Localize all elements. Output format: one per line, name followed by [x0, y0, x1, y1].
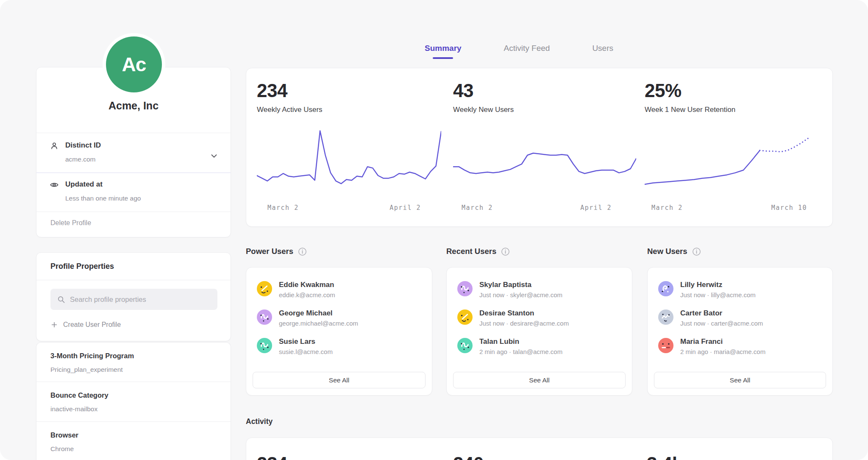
x-axis-ticks: March 2 April 2 [257, 204, 441, 212]
metric-label: Week 1 New User Retention [645, 106, 735, 114]
eye-icon [50, 180, 59, 190]
property-value: inactive-mailbox [50, 405, 97, 413]
info-icon[interactable] [501, 247, 510, 256]
user-meta: Just now · skyler@acme.com [479, 291, 562, 299]
user-meta: Just now · lilly@acme.com [680, 291, 756, 299]
profile-properties-title: Profile Properties [50, 262, 114, 271]
updated-at-value: Less than one minute ago [65, 195, 141, 202]
new-users-heading: New Users [647, 247, 701, 256]
user-meta: 2 min ago · maria@acme.com [680, 348, 765, 356]
updated-at-row: Updated at Less than one minute ago [36, 173, 231, 212]
user-name: Skylar Baptista [479, 280, 562, 290]
user-name: Eddie Kwakman [279, 280, 335, 290]
user-name: George Michael [279, 309, 358, 318]
tab-activity-feed[interactable]: Activity Feed [504, 44, 550, 53]
new-users-title: New Users [647, 247, 687, 256]
user-row[interactable]: Carter Bator Just now · carter@acme.com [658, 309, 822, 328]
distinct-id-label: Distinct ID [65, 141, 101, 150]
metric-week1-retention: 25% Week 1 New User Retention March 2 Ma… [645, 68, 821, 226]
info-icon[interactable] [298, 247, 307, 256]
user-meta: susie.l@acme.com [279, 348, 333, 356]
company-avatar-initials: Ac [122, 53, 146, 76]
company-avatar: Ac [106, 36, 162, 92]
divider [36, 212, 231, 212]
user-row[interactable]: Eddie Kwakman eddie.k@acme.com [257, 280, 421, 299]
distinct-id-row[interactable]: Distinct ID acme.com [36, 133, 231, 173]
delete-profile-button[interactable]: Delete Profile [50, 219, 91, 227]
user-name: Talan Lubin [479, 337, 562, 346]
activity-heading: Activity [246, 417, 273, 426]
property-row[interactable]: 3-Month Pricing Program Pricing_plan_exp… [36, 343, 231, 382]
metric-weekly-new-users: 43 Weekly New Users March 2 April 2 [453, 68, 636, 226]
user-name: Maria Franci [680, 337, 765, 346]
create-user-profile-button[interactable]: Create User Profile [50, 321, 121, 329]
tab-users-label: Users [592, 44, 613, 53]
x-axis-ticks: March 2 April 2 [453, 204, 636, 212]
user-avatar [257, 338, 272, 353]
user-avatar [457, 309, 473, 325]
user-row[interactable]: George Michael george.michael@acme.com [257, 309, 421, 328]
see-all-button[interactable]: See All [654, 372, 826, 388]
user-avatar [257, 281, 272, 296]
see-all-button[interactable]: See All [253, 372, 426, 388]
x-tick: April 2 [580, 204, 612, 212]
see-all-button[interactable]: See All [453, 372, 626, 388]
user-meta: Just now · desirare@acme.com [479, 319, 569, 328]
updated-at-label: Updated at [65, 180, 103, 189]
recent-users-card: Skylar Baptista Just now · skyler@acme.c… [446, 267, 632, 396]
user-name: Carter Bator [680, 309, 763, 318]
recent-users-heading: Recent Users [446, 247, 510, 256]
tab-summary-label: Summary [425, 44, 462, 53]
activity-metric-value: 240 [453, 453, 484, 460]
activity-metric-value: 234 [257, 453, 287, 460]
power-users-card: Eddie Kwakman eddie.k@acme.com George Mi… [246, 267, 432, 396]
property-row[interactable]: Bounce Category inactive-mailbox [36, 382, 231, 421]
weekly-active-users-sparkline [257, 125, 441, 197]
x-tick: March 2 [651, 204, 683, 212]
power-users-title: Power Users [246, 247, 293, 256]
user-row[interactable]: Desirae Stanton Just now · desirare@acme… [457, 309, 621, 328]
profile-properties-search[interactable] [50, 289, 217, 310]
user-row[interactable]: Skylar Baptista Just now · skyler@acme.c… [457, 280, 621, 299]
property-name: Browser [50, 431, 78, 439]
metric-label: Weekly New Users [453, 106, 514, 114]
chevron-down-icon[interactable] [209, 151, 219, 161]
weekly-new-users-sparkline [453, 125, 636, 197]
user-avatar [457, 281, 473, 296]
user-row[interactable]: Maria Franci 2 min ago · maria@acme.com [658, 337, 822, 356]
tab-summary[interactable]: Summary [425, 44, 462, 53]
user-meta: eddie.k@acme.com [279, 291, 335, 299]
user-meta: Just now · carter@acme.com [680, 319, 763, 328]
user-row[interactable]: Lilly Herwitz Just now · lilly@acme.com [658, 280, 822, 299]
user-name: Lilly Herwitz [680, 280, 756, 290]
user-row[interactable]: Talan Lubin 2 min ago · talan@acme.com [457, 337, 621, 356]
property-row[interactable]: Browser Chrome [36, 422, 231, 460]
user-avatar [658, 309, 673, 325]
plus-icon [50, 321, 58, 329]
metric-value: 43 [453, 80, 473, 101]
tab-activity-feed-label: Activity Feed [504, 44, 550, 53]
x-tick: March 10 [771, 204, 807, 212]
profile-card: Acme, Inc Distinct ID acme.com [36, 67, 231, 237]
tab-users[interactable]: Users [592, 44, 613, 53]
property-list-card: 3-Month Pricing Program Pricing_plan_exp… [36, 342, 231, 460]
property-name: 3-Month Pricing Program [50, 352, 134, 360]
profile-properties-card: Profile Properties Create User Profile [36, 252, 231, 341]
property-name: Bounce Category [50, 391, 108, 399]
user-row[interactable]: Susie Lars susie.l@acme.com [257, 337, 421, 356]
x-tick: March 2 [267, 204, 299, 212]
tab-bar: Summary Activity Feed Users [425, 44, 613, 53]
user-avatar [457, 338, 473, 353]
new-users-card: Lilly Herwitz Just now · lilly@acme.com … [647, 267, 833, 396]
active-tab-underline [433, 57, 453, 59]
activity-card: 234 240 3.4k [246, 438, 833, 460]
x-tick: March 2 [462, 204, 493, 212]
info-icon[interactable] [692, 247, 701, 256]
metric-weekly-active-users: 234 Weekly Active Users March 2 April 2 [257, 68, 441, 226]
divider [36, 280, 231, 280]
activity-metric-value: 3.4k [647, 453, 682, 460]
x-tick: April 2 [389, 204, 421, 212]
search-input[interactable] [70, 296, 211, 304]
user-avatar [658, 281, 673, 296]
search-icon [57, 296, 65, 304]
